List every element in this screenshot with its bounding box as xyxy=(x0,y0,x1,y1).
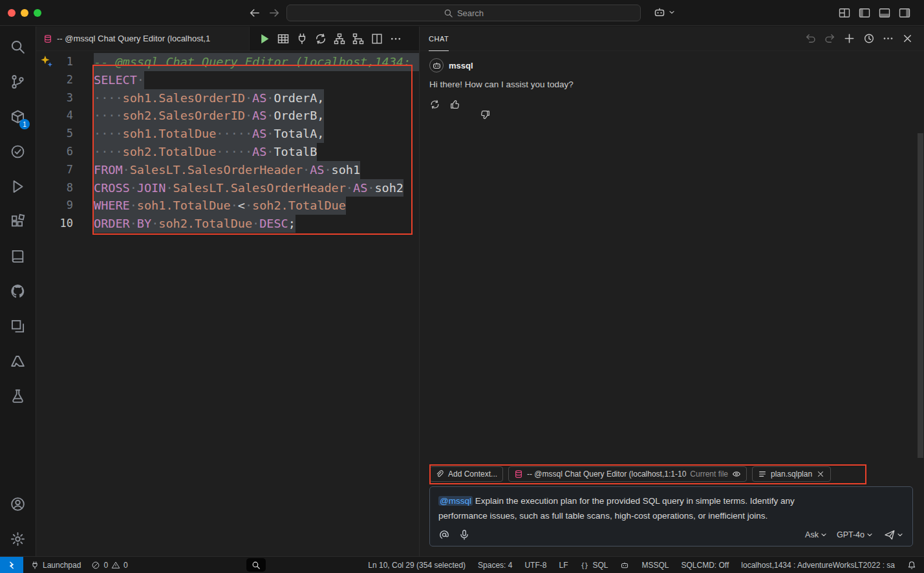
code-line[interactable]: 7FROM·SalesLT.SalesOrderHeader·AS·soh1 xyxy=(36,161,419,179)
code-line[interactable]: 3····soh1.SalesOrderID·AS·OrderA, xyxy=(36,89,419,107)
copilot-sparkle-icon[interactable] xyxy=(40,55,54,69)
split-editor-button[interactable] xyxy=(371,32,383,45)
code-line[interactable]: 5····soh1.TotalDue·····AS·TotalA, xyxy=(36,125,419,143)
magnifier-icon xyxy=(252,561,261,570)
context-chip[interactable]: plan.sqlplan xyxy=(752,466,831,482)
sidebar-item-package[interactable]: 1 xyxy=(0,99,36,134)
change-connection-button[interactable] xyxy=(314,32,327,45)
more-actions-button[interactable] xyxy=(389,32,402,45)
eye-icon[interactable] xyxy=(732,470,741,479)
notifications-status[interactable] xyxy=(907,561,916,570)
layout-sidebar-right-button[interactable] xyxy=(898,6,911,19)
more-actions-button[interactable] xyxy=(882,32,894,45)
tab-label: -- @mssql Chat Query Editor (localhost,1 xyxy=(57,34,210,43)
chat-scrollbar[interactable] xyxy=(918,133,923,458)
new-chat-button[interactable] xyxy=(843,32,855,45)
type-hierarchy-button[interactable] xyxy=(333,32,346,45)
close-window-button[interactable] xyxy=(8,9,16,17)
mention-button[interactable] xyxy=(438,529,450,541)
warning-icon xyxy=(111,561,120,570)
code-line[interactable]: 1-- @mssql Chat Query Editor (localhost,… xyxy=(36,53,419,71)
zoom-indicator[interactable] xyxy=(246,558,266,572)
sidebar-item-extensions[interactable] xyxy=(0,204,36,239)
model-picker[interactable]: GPT-4o xyxy=(837,530,874,539)
sidebar-item-settings[interactable] xyxy=(0,521,36,556)
layout-panel-button[interactable] xyxy=(878,6,891,19)
sidebar-item-run-debug[interactable] xyxy=(0,169,36,204)
svg-text:{}: {} xyxy=(581,561,589,568)
code-line[interactable]: 4····soh2.SalesOrderID·AS·OrderB, xyxy=(36,107,419,125)
context-chip-label: -- @mssql Chat Query Editor (localhost,1… xyxy=(527,470,686,479)
thumbs-up-button[interactable] xyxy=(449,99,460,110)
copilot-status[interactable] xyxy=(620,561,629,570)
sidebar-item-account[interactable] xyxy=(0,486,36,521)
mssql-status[interactable]: MSSQL xyxy=(641,561,669,570)
sidebar-item-book[interactable] xyxy=(0,239,36,274)
encoding-status[interactable]: UTF-8 xyxy=(524,561,546,570)
sidebar-item-testing[interactable] xyxy=(0,134,36,169)
minimize-window-button[interactable] xyxy=(21,9,28,17)
prompt-text[interactable]: @mssql Explain the execution plan for th… xyxy=(438,493,833,523)
sidebar-item-source-control[interactable] xyxy=(0,64,36,99)
send-button[interactable] xyxy=(884,529,896,541)
extensions-icon xyxy=(10,213,26,230)
mode-picker[interactable]: Ask xyxy=(805,530,828,539)
redo-button[interactable] xyxy=(824,32,836,45)
customize-layout-button[interactable] xyxy=(838,6,851,19)
sidebar-item-azure[interactable] xyxy=(0,343,36,378)
command-center-search[interactable]: Search xyxy=(286,5,641,21)
navigate-back-icon[interactable] xyxy=(248,6,261,19)
search-icon xyxy=(10,39,26,55)
language-status[interactable]: {}SQL xyxy=(580,561,608,570)
chat-input[interactable]: @mssql Explain the execution plan for th… xyxy=(429,486,913,546)
live-share-icon xyxy=(10,318,26,334)
copilot-menu[interactable] xyxy=(653,6,676,19)
rerun-button[interactable] xyxy=(429,99,440,110)
chat-input-area: Add Context... -- @mssql Chat Query Edit… xyxy=(429,464,913,546)
send-options-chevron-icon[interactable] xyxy=(896,531,904,539)
code-line[interactable]: 10ORDER·BY·soh2.TotalDue·DESC; xyxy=(36,215,419,233)
close-button[interactable] xyxy=(901,32,914,45)
chip-close-button[interactable] xyxy=(816,470,825,479)
sqlcmd-status[interactable]: SQLCMD: Off xyxy=(682,561,729,570)
launchpad-status[interactable]: Launchpad xyxy=(30,561,81,570)
run-debug-icon xyxy=(10,178,26,195)
window-controls xyxy=(8,9,41,17)
code-line[interactable]: 2SELECT· xyxy=(36,71,419,89)
layout-sidebar-left-button[interactable] xyxy=(858,6,871,19)
maximize-window-button[interactable] xyxy=(34,9,41,17)
mssql-mention[interactable]: @mssql xyxy=(438,496,473,506)
problems-status[interactable]: 00 xyxy=(91,561,127,570)
sidebar-item-live-share[interactable] xyxy=(0,308,36,343)
connect-button[interactable] xyxy=(295,32,308,45)
context-chip[interactable]: -- @mssql Chat Query Editor (localhost,1… xyxy=(508,466,747,482)
azure-icon xyxy=(10,353,26,369)
sidebar-item-github[interactable] xyxy=(0,274,36,308)
code-line[interactable]: 9WHERE·soh1.TotalDue·<·soh2.TotalDue xyxy=(36,197,419,215)
query-plan-button[interactable] xyxy=(352,32,365,45)
indentation-status[interactable]: Spaces: 4 xyxy=(478,561,512,570)
sidebar-item-search[interactable] xyxy=(0,29,36,64)
remote-indicator[interactable] xyxy=(0,557,23,573)
history-button[interactable] xyxy=(863,32,875,45)
code-editor[interactable]: 1-- @mssql Chat Query Editor (localhost,… xyxy=(36,51,419,556)
thumbs-down-button[interactable] xyxy=(469,99,480,110)
run-button[interactable] xyxy=(258,32,271,45)
book-icon xyxy=(10,248,26,265)
connection-status[interactable]: localhost,1434 : AdventureWorksLT2022 : … xyxy=(741,561,895,570)
code-line[interactable]: 6····soh2.TotalDue·····AS·TotalB xyxy=(36,143,419,161)
context-chip-label: plan.sqlplan xyxy=(771,470,812,479)
navigate-forward-icon[interactable] xyxy=(268,6,281,19)
tab-mssql-chat-query-editor[interactable]: -- @mssql Chat Query Editor (localhost,1 xyxy=(36,27,250,50)
add-context-button[interactable]: Add Context... xyxy=(429,466,503,482)
sidebar-item-database-projects[interactable] xyxy=(0,378,36,413)
undo-button[interactable] xyxy=(804,32,817,45)
add-context-label: Add Context... xyxy=(448,470,497,479)
mic-button[interactable] xyxy=(458,529,470,541)
results-grid-button[interactable] xyxy=(277,32,290,45)
activity-bar: 1 xyxy=(0,27,36,556)
cursor-position-status[interactable]: Ln 10, Col 29 (354 selected) xyxy=(368,561,466,570)
tab-chat[interactable]: CHAT xyxy=(429,27,449,51)
code-line[interactable]: 8CROSS·JOIN·SalesLT.SalesOrderHeader·AS·… xyxy=(36,179,419,197)
eol-status[interactable]: LF xyxy=(559,561,568,570)
